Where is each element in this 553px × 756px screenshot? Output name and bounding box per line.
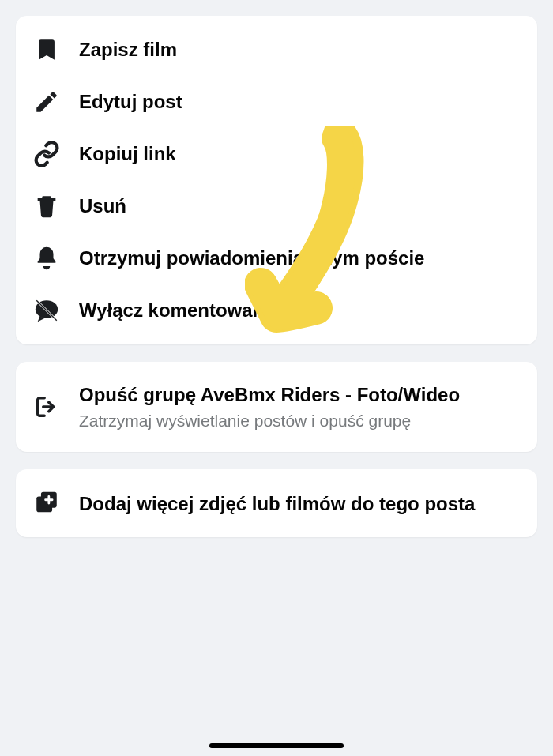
bookmark-icon <box>33 36 66 63</box>
menu-item-add-media[interactable]: Dodaj więcej zdjęć lub filmów do tego po… <box>16 477 537 529</box>
menu-item-text: Otrzymuj powiadomienia o tym poście <box>66 246 520 270</box>
menu-group-1: Zapisz film Edytuj post Kopiuj link Usuń <box>16 16 537 344</box>
bell-icon <box>33 245 66 272</box>
menu-item-edit-post[interactable]: Edytuj post <box>16 76 537 128</box>
menu-item-label: Usuń <box>79 194 520 218</box>
menu-item-leave-group[interactable]: Opuść grupę AveBmx Riders - Foto/Wideo Z… <box>16 370 537 444</box>
menu-item-sublabel: Zatrzymaj wyświetlanie postów i opuść gr… <box>79 410 520 431</box>
menu-item-disable-comments[interactable]: Wyłącz komentowanie <box>16 284 537 337</box>
menu-group-3: Dodaj więcej zdjęć lub filmów do tego po… <box>16 469 537 537</box>
menu-item-delete[interactable]: Usuń <box>16 180 537 232</box>
menu-group-2: Opuść grupę AveBmx Riders - Foto/Wideo Z… <box>16 362 537 452</box>
menu-item-label: Dodaj więcej zdjęć lub filmów do tego po… <box>79 491 520 516</box>
menu-item-notifications[interactable]: Otrzymuj powiadomienia o tym poście <box>16 232 537 284</box>
home-indicator[interactable] <box>209 743 344 748</box>
menu-item-text: Wyłącz komentowanie <box>66 298 520 322</box>
menu-item-text: Edytuj post <box>66 89 520 114</box>
menu-item-label: Otrzymuj powiadomienia o tym poście <box>79 246 520 270</box>
comment-off-icon <box>33 297 66 324</box>
menu-item-text: Kopiuj link <box>66 141 520 166</box>
menu-item-text: Dodaj więcej zdjęć lub filmów do tego po… <box>66 491 520 516</box>
menu-item-label: Kopiuj link <box>79 141 520 166</box>
menu-item-text: Usuń <box>66 194 520 218</box>
trash-icon <box>33 193 66 220</box>
link-icon <box>33 141 66 167</box>
menu-item-label: Zapisz film <box>79 37 520 62</box>
menu-item-label: Edytuj post <box>79 89 520 114</box>
menu-item-label: Wyłącz komentowanie <box>79 298 520 322</box>
menu-item-save-video[interactable]: Zapisz film <box>16 24 537 76</box>
menu-item-label: Opuść grupę AveBmx Riders - Foto/Wideo <box>79 382 520 407</box>
menu-item-copy-link[interactable]: Kopiuj link <box>16 128 537 180</box>
pencil-icon <box>33 88 66 115</box>
add-media-icon <box>33 490 66 517</box>
menu-item-text: Zapisz film <box>66 37 520 62</box>
leave-icon <box>33 393 66 420</box>
menu-item-text: Opuść grupę AveBmx Riders - Foto/Wideo Z… <box>66 382 520 431</box>
